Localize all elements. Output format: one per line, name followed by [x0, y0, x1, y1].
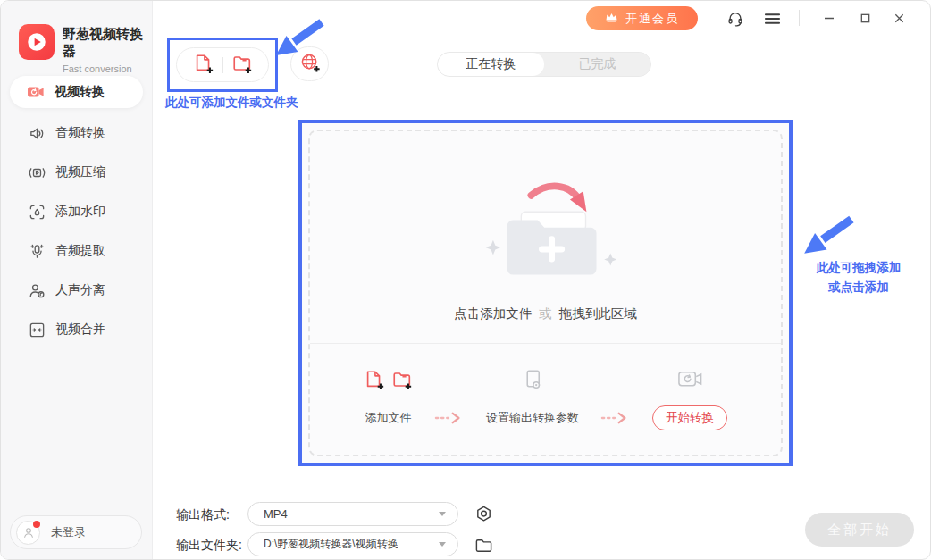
- audio-convert-icon: [28, 124, 46, 142]
- conversion-tabs: 正在转换 已完成: [437, 52, 651, 77]
- tab-converting[interactable]: 正在转换: [438, 53, 544, 76]
- sidebar-item-label: 视频合并: [55, 322, 105, 338]
- add-folder-icon: [231, 53, 253, 77]
- sidebar-item-add-watermark[interactable]: 添加水印: [1, 192, 152, 231]
- app-brand: 野葱视频转换器 Fast conversion: [19, 24, 152, 74]
- add-file-button[interactable]: [193, 53, 214, 77]
- step-add-files[interactable]: 添加文件: [364, 364, 413, 427]
- vip-upgrade-button[interactable]: 开通会员: [586, 6, 698, 30]
- output-folder-value: D:\野葱视频转换器\视频转换: [264, 537, 398, 552]
- app-title: 野葱视频转换器: [63, 26, 152, 60]
- drag-hint-line2: 或点击添加: [792, 278, 926, 297]
- sidebar-item-label: 人声分离: [55, 282, 105, 298]
- sidebar-item-label: 视频压缩: [55, 164, 105, 180]
- crown-icon: [605, 12, 618, 25]
- step-add-files-label: 添加文件: [365, 409, 412, 427]
- file-dropzone[interactable]: 点击添加文件 或 拖拽到此区域 添加文件: [298, 120, 793, 466]
- add-buttons-group: [176, 47, 269, 82]
- sidebar: 野葱视频转换器 Fast conversion 视频转换 音频转换: [1, 1, 153, 559]
- video-compress-icon: [28, 163, 46, 181]
- vip-upgrade-label: 开通会员: [625, 11, 679, 27]
- tab-completed[interactable]: 已完成: [544, 53, 650, 76]
- support-headset-icon[interactable]: [724, 9, 747, 29]
- menu-icon[interactable]: [760, 9, 784, 29]
- output-folder-select[interactable]: D:\野葱视频转换器\视频转换: [247, 532, 458, 556]
- chevron-down-icon: [439, 512, 446, 516]
- drag-hint-text: 此处可拖拽添加 或点击添加: [792, 258, 926, 297]
- open-folder-button[interactable]: [473, 534, 494, 556]
- notification-dot-icon: [33, 521, 40, 528]
- sidebar-item-video-merge[interactable]: 视频合并: [1, 310, 152, 349]
- watermark-icon: [28, 203, 46, 221]
- login-button[interactable]: 未登录: [10, 515, 142, 549]
- close-button[interactable]: [885, 6, 912, 29]
- sidebar-item-video-convert[interactable]: 视频转换: [10, 76, 143, 108]
- app-logo-icon: [19, 24, 55, 60]
- start-convert-button[interactable]: 开始转换: [652, 405, 727, 430]
- output-format-label: 输出格式:: [176, 507, 230, 523]
- convert-camera-icon: [677, 369, 703, 394]
- toolbar-separator: [222, 57, 223, 73]
- output-format-value: MP4: [264, 507, 288, 521]
- step-set-params[interactable]: 设置输出转换参数: [486, 364, 579, 427]
- sidebar-item-voice-separate[interactable]: 人声分离: [1, 271, 152, 310]
- workflow-steps: 添加文件 设置输出转换参数: [302, 343, 789, 463]
- annotation-arrow-icon: [799, 213, 854, 260]
- sidebar-item-audio-extract[interactable]: 音频提取: [1, 231, 152, 271]
- flow-arrow-icon: [600, 411, 631, 429]
- dropzone-hint-click: 点击添加文件: [454, 306, 532, 321]
- add-files-highlight-box: [167, 38, 278, 92]
- add-folder-icon: [391, 369, 413, 394]
- format-settings-button[interactable]: [473, 503, 494, 524]
- chevron-down-icon: [439, 542, 446, 547]
- sidebar-item-label: 添加水印: [55, 204, 105, 220]
- add-files-hint-text: 此处可添加文件或文件夹: [165, 95, 298, 111]
- dropzone-hint-or: 或: [539, 306, 552, 321]
- titlebar-divider: [799, 10, 800, 26]
- settings-file-icon: [521, 368, 545, 396]
- sidebar-nav: 视频转换 音频转换 视频压缩 添加水印: [1, 76, 152, 349]
- folder-illustration-icon: [470, 177, 635, 301]
- sidebar-item-label: 音频转换: [55, 125, 105, 141]
- sidebar-item-video-compress[interactable]: 视频压缩: [1, 153, 152, 192]
- start-all-button[interactable]: 全部开始: [805, 513, 914, 547]
- sidebar-item-label: 视频转换: [55, 84, 105, 100]
- app-window: 野葱视频转换器 Fast conversion 视频转换 音频转换: [0, 0, 931, 560]
- add-folder-button[interactable]: [231, 53, 253, 77]
- voice-separate-icon: [28, 281, 46, 299]
- output-format-select[interactable]: MP4: [247, 502, 458, 526]
- login-label: 未登录: [51, 524, 86, 540]
- drag-hint-line1: 此处可拖拽添加: [792, 258, 926, 278]
- dropzone-hint-drag: 拖拽到此区域: [559, 306, 637, 321]
- avatar: [16, 521, 40, 545]
- annotation-arrow-icon: [271, 17, 324, 62]
- video-convert-icon: [27, 83, 45, 101]
- sidebar-item-label: 音频提取: [55, 243, 105, 259]
- sidebar-item-audio-convert[interactable]: 音频转换: [1, 113, 152, 153]
- audio-extract-icon: [28, 242, 46, 260]
- minimize-button[interactable]: [816, 6, 843, 29]
- output-folder-label: 输出文件夹:: [176, 538, 242, 554]
- video-merge-icon: [28, 321, 46, 339]
- add-file-icon: [364, 369, 385, 394]
- step-set-params-label: 设置输出转换参数: [486, 409, 579, 427]
- dropzone-hint: 点击添加文件 或 拖拽到此区域: [302, 305, 789, 322]
- flow-arrow-icon: [434, 411, 465, 429]
- app-subtitle: Fast conversion: [63, 63, 152, 74]
- add-file-icon: [193, 53, 214, 77]
- maximize-button[interactable]: [851, 6, 878, 29]
- step-start-convert: 开始转换: [652, 364, 727, 430]
